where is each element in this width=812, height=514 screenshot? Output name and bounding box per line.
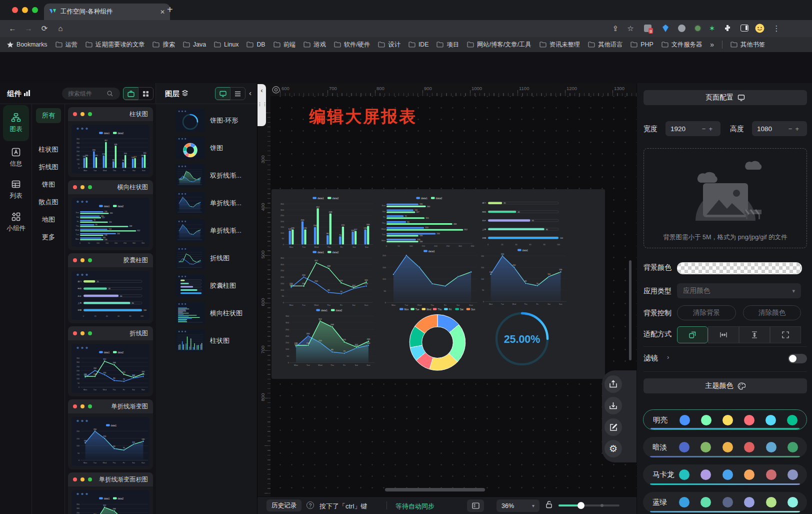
bookmark-folder[interactable]: 运营: [56, 41, 78, 49]
bookmarks-root[interactable]: Bookmarks: [7, 41, 48, 48]
theme-row[interactable]: 明亮: [643, 409, 807, 430]
extension-icon[interactable]: g: [644, 25, 652, 32]
theme-color-dot[interactable]: [766, 442, 776, 452]
page-title-text[interactable]: 编辑大屏报表: [309, 106, 417, 128]
category-item[interactable]: 折线图: [32, 163, 65, 172]
bookmark-folder[interactable]: 项目: [436, 41, 459, 49]
theme-color-dot[interactable]: [679, 469, 690, 480]
layer-item[interactable]: 柱状图: [161, 329, 254, 354]
unlock-icon[interactable]: [546, 500, 552, 508]
bookmark-folder[interactable]: 网站/博客/文章/工具: [467, 41, 532, 49]
theme-color-dot[interactable]: [788, 497, 798, 507]
component-card[interactable]: 单折线渐变面积图data1data20501001502002503003501…: [68, 472, 153, 514]
component-search[interactable]: [62, 88, 120, 100]
theme-color-dot[interactable]: [680, 415, 690, 425]
theme-color-dot[interactable]: [744, 415, 754, 425]
bookmark-folder[interactable]: 游戏: [304, 41, 326, 49]
clear-background-button[interactable]: 清除背景: [677, 305, 736, 320]
theme-color-dot[interactable]: [788, 442, 798, 452]
layer-item[interactable]: 单折线渐...: [161, 219, 254, 244]
sidebar-tab-table[interactable]: 列表: [3, 176, 29, 203]
extension-gem-icon[interactable]: [662, 25, 669, 32]
bookmark-folder[interactable]: 其他语言: [588, 41, 622, 49]
layer-item[interactable]: 横向柱状图: [161, 302, 254, 327]
layer-list-view-toggle[interactable]: [230, 87, 246, 100]
bookmark-folder[interactable]: 前端: [274, 41, 296, 49]
bar-chart[interactable]: data1data2050100150200250300350120200150…: [278, 196, 374, 248]
bookmark-folder[interactable]: Java: [183, 41, 206, 49]
component-card[interactable]: 单折线渐变图data105010015020012020015080701101…: [68, 399, 153, 469]
theme-color-dot[interactable]: [701, 415, 712, 425]
layer-item[interactable]: 单折线渐...: [161, 192, 254, 217]
view-components-toggle[interactable]: [123, 87, 138, 100]
theme-color-dot[interactable]: [744, 442, 754, 452]
vertical-scrollbar[interactable]: [629, 260, 632, 360]
bookmark-folder[interactable]: IDE: [408, 41, 429, 49]
sidebar-tab-chart[interactable]: 图表: [3, 105, 29, 141]
import-icon[interactable]: [604, 375, 622, 393]
fit-height-button[interactable]: [739, 326, 770, 343]
layer-item[interactable]: 胶囊柱图: [161, 274, 254, 299]
other-bookmarks-folder[interactable]: 其他书签: [730, 41, 765, 49]
layer-thumbnail-view-toggle[interactable]: [215, 87, 230, 100]
page-config-button[interactable]: 页面配置: [644, 90, 807, 105]
component-card[interactable]: 胶囊柱图厦门20南阳40北京60上海80新疆100020406080100: [68, 253, 153, 323]
filter-expand-chevron[interactable]: ›: [667, 353, 669, 361]
fit-stretch-button[interactable]: [770, 326, 801, 343]
zoom-slider-handle[interactable]: [578, 502, 584, 509]
theme-color-dot[interactable]: [722, 442, 733, 452]
width-minus-icon[interactable]: −: [702, 125, 709, 133]
sidebar-tab-widget[interactable]: 小组件: [3, 208, 29, 236]
bookmark-folder[interactable]: 近期需要读的文章: [86, 41, 144, 49]
fit-width-button[interactable]: [708, 326, 739, 343]
ruler-visibility-eye-icon[interactable]: [272, 86, 280, 94]
gradient-line-chart[interactable]: data10501001502001202001508070110130MonT…: [478, 248, 568, 305]
canvas-content[interactable]: 编辑大屏报表 data1data205010015020025030035012…: [270, 96, 636, 496]
category-item[interactable]: 饼图: [32, 180, 65, 189]
capsule-chart[interactable]: 厦门20南阳40北京60上海80新疆100020406080100: [478, 198, 566, 246]
horizontal-bar-chart[interactable]: data1data2050100150200250300350Sun130160…: [380, 196, 480, 247]
theme-color-button[interactable]: 主题颜色: [644, 378, 807, 393]
theme-color-dot[interactable]: [722, 497, 733, 507]
window-close-button[interactable]: [12, 7, 18, 13]
gradient-area-chart[interactable]: data1data2050100150200250300350120200150…: [284, 308, 376, 366]
extensions-puzzle-icon[interactable]: [724, 24, 732, 32]
bookmarks-overflow-chevron[interactable]: »: [710, 41, 714, 49]
extension-star-icon[interactable]: ✶: [708, 24, 716, 33]
background-upload-dropzone[interactable]: 背景图需小于 5M，格式为 png/jpg/gif 的文件: [644, 148, 807, 248]
theme-color-dot[interactable]: [722, 469, 733, 480]
bookmark-folder[interactable]: DB: [246, 41, 265, 49]
bg-color-swatch[interactable]: [677, 262, 802, 274]
extension-dot-icon[interactable]: [694, 25, 702, 32]
export-icon[interactable]: [604, 397, 622, 414]
collapse-layer-panel-icon[interactable]: ‹: [249, 89, 252, 97]
extension-circle-icon[interactable]: [678, 25, 686, 32]
height-plus-icon[interactable]: +: [795, 125, 802, 133]
category-item[interactable]: 柱状图: [32, 145, 65, 154]
theme-color-dot[interactable]: [679, 497, 690, 507]
theme-row[interactable]: 马卡龙: [643, 464, 807, 485]
zoom-level-select[interactable]: 36%▾: [496, 499, 540, 512]
theme-row[interactable]: 暗淡: [643, 437, 807, 457]
home-icon[interactable]: ⌂: [56, 24, 65, 33]
share-icon[interactable]: ⇪: [611, 24, 620, 33]
browser-tab[interactable]: 工作空间-各种组件 ✕: [44, 4, 170, 20]
category-item[interactable]: 更多: [32, 233, 65, 242]
height-stepper[interactable]: 1080−+: [752, 121, 807, 136]
settings-gear-icon[interactable]: ⚙: [604, 440, 622, 457]
theme-color-dot[interactable]: [787, 415, 798, 425]
bookmark-folder[interactable]: 设计: [378, 41, 400, 49]
search-input[interactable]: [67, 90, 104, 98]
app-type-select[interactable]: 应用颜色▾: [677, 283, 801, 298]
theme-color-dot[interactable]: [679, 442, 690, 452]
edit-icon[interactable]: [604, 418, 622, 436]
theme-color-dot[interactable]: [788, 469, 798, 480]
zoom-slider[interactable]: [558, 504, 620, 506]
theme-color-dot[interactable]: [766, 415, 776, 425]
reload-icon[interactable]: ⟳: [40, 24, 49, 33]
bookmark-folder[interactable]: 搜索: [152, 41, 175, 49]
width-stepper[interactable]: 1920−+: [666, 121, 720, 136]
window-zoom-button[interactable]: [32, 7, 38, 13]
tab-close-icon[interactable]: ✕: [160, 9, 165, 16]
theme-color-dot[interactable]: [766, 497, 776, 507]
